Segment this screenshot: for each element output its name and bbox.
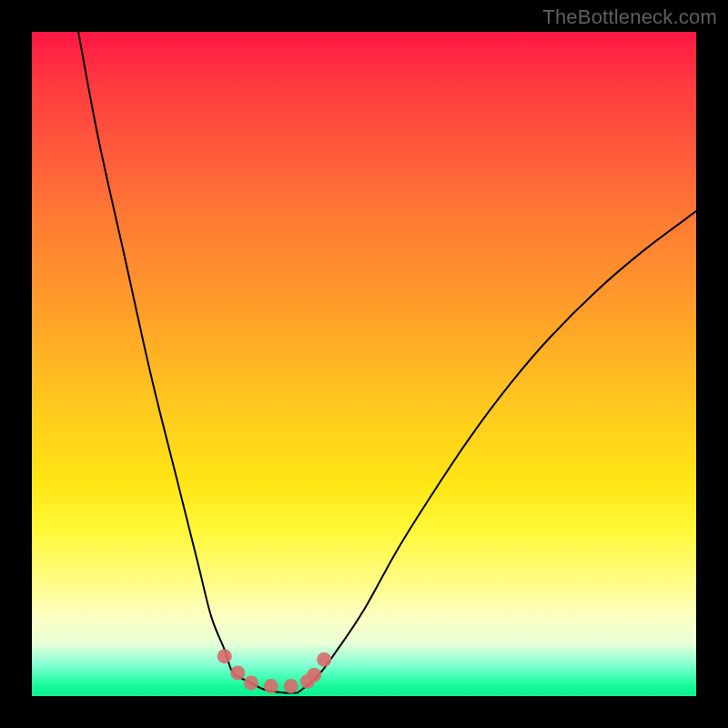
line-series <box>78 32 696 693</box>
chart-marker <box>307 668 321 682</box>
chart-marker <box>217 649 232 663</box>
chart-marker <box>230 665 245 680</box>
chart-marker <box>284 679 298 693</box>
chart-svg <box>32 32 696 696</box>
chart-marker <box>317 652 331 667</box>
chart-marker <box>264 679 278 693</box>
chart-marker <box>244 675 258 690</box>
chart-container: TheBottleneck.com <box>0 0 728 728</box>
watermark-text: TheBottleneck.com <box>542 5 717 29</box>
plot-area <box>32 32 696 696</box>
marker-series <box>217 649 332 693</box>
chart-line-left-curve <box>78 32 298 693</box>
chart-line-right-curve <box>298 211 696 693</box>
